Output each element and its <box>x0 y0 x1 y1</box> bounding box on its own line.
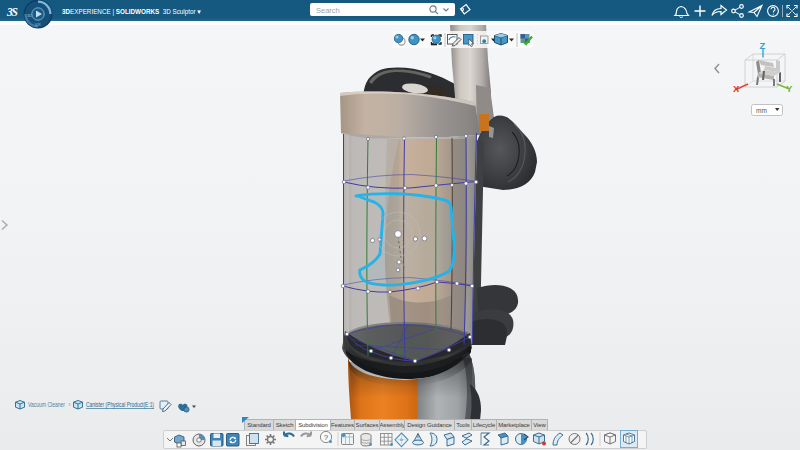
svg-text:V.R: V.R <box>35 23 41 27</box>
svg-text:3S: 3S <box>6 6 18 18</box>
svg-text:Z: Z <box>760 40 766 51</box>
svg-text:Y: Y <box>786 83 793 94</box>
svg-text:Vacuum Cleaner: Vacuum Cleaner <box>28 401 65 408</box>
svg-text:X: X <box>733 83 740 94</box>
svg-text:Canister (Physical Product(E:1: Canister (Physical Product(E:1) <box>86 401 154 409</box>
svg-text:mm: mm <box>756 107 767 114</box>
svg-text:3D: 3D <box>27 13 32 18</box>
svg-text:?: ? <box>324 433 329 442</box>
svg-text:›: › <box>69 401 71 408</box>
